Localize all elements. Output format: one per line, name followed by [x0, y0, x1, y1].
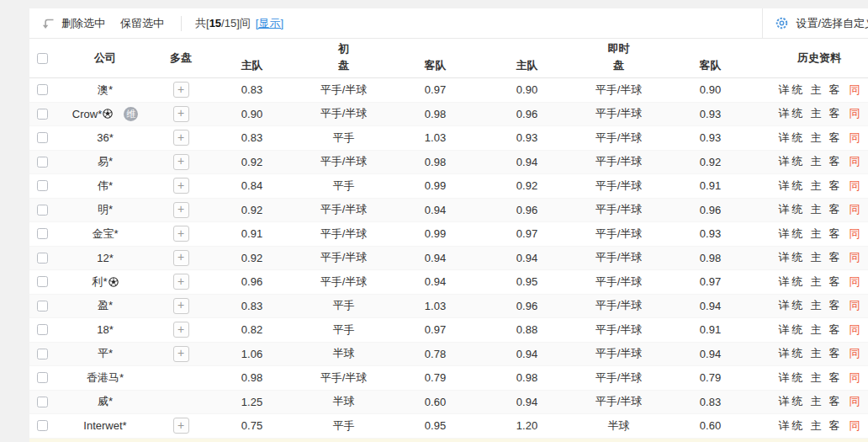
history-link-detail[interactable]: 详 [779, 154, 790, 169]
history-link-away[interactable]: 客 [829, 83, 840, 98]
row-checkbox[interactable] [37, 84, 48, 95]
history-link-detail[interactable]: 详 [779, 370, 790, 386]
expand-odds-button[interactable] [173, 202, 189, 218]
history-link-same[interactable]: 同 [849, 418, 860, 434]
history-link-detail[interactable]: 详 [779, 226, 790, 242]
row-checkbox[interactable] [37, 420, 48, 431]
history-link-stats[interactable]: 统 [792, 298, 803, 313]
row-checkbox[interactable] [37, 228, 48, 239]
history-link-home[interactable]: 主 [811, 202, 822, 217]
history-link-same[interactable]: 同 [849, 226, 860, 242]
row-checkbox[interactable] [37, 109, 48, 120]
row-checkbox[interactable] [37, 180, 48, 191]
history-link-detail[interactable]: 详 [779, 130, 790, 146]
expand-odds-button[interactable] [173, 346, 189, 362]
history-link-away[interactable]: 客 [829, 154, 840, 169]
history-link-same[interactable]: 同 [849, 178, 860, 194]
select-all-checkbox[interactable] [37, 53, 48, 64]
history-link-away[interactable]: 客 [829, 370, 840, 386]
history-link-detail[interactable]: 详 [779, 202, 790, 217]
history-link-away[interactable]: 客 [829, 226, 840, 242]
history-link-away[interactable]: 客 [829, 298, 840, 313]
history-link-detail[interactable]: 详 [779, 274, 790, 290]
history-link-home[interactable]: 主 [811, 322, 822, 338]
row-checkbox[interactable] [37, 397, 48, 407]
history-link-detail[interactable]: 详 [779, 250, 790, 265]
history-link-stats[interactable]: 统 [792, 274, 803, 290]
history-link-home[interactable]: 主 [811, 178, 822, 194]
history-link-same[interactable]: 同 [849, 130, 860, 146]
history-link-stats[interactable]: 统 [792, 130, 803, 146]
history-link-same[interactable]: 同 [849, 83, 860, 98]
history-link-same[interactable]: 同 [849, 346, 860, 361]
history-link-home[interactable]: 主 [811, 106, 822, 121]
row-checkbox[interactable] [37, 253, 48, 264]
history-link-home[interactable]: 主 [811, 346, 822, 361]
history-link-same[interactable]: 同 [849, 370, 860, 386]
row-checkbox[interactable] [37, 349, 48, 359]
history-link-home[interactable]: 主 [811, 250, 822, 265]
history-link-detail[interactable]: 详 [779, 106, 790, 121]
history-link-detail[interactable]: 详 [779, 178, 790, 194]
history-link-detail[interactable]: 详 [779, 298, 790, 313]
history-link-away[interactable]: 客 [829, 202, 840, 217]
history-link-stats[interactable]: 统 [792, 106, 803, 121]
row-checkbox[interactable] [37, 132, 48, 143]
history-link-same[interactable]: 同 [849, 298, 860, 313]
history-link-home[interactable]: 主 [811, 83, 822, 98]
history-link-stats[interactable]: 统 [792, 83, 803, 98]
history-link-stats[interactable]: 统 [792, 394, 803, 409]
history-link-stats[interactable]: 统 [792, 250, 803, 265]
history-link-detail[interactable]: 详 [779, 394, 790, 409]
history-link-stats[interactable]: 统 [792, 346, 803, 361]
history-link-stats[interactable]: 统 [792, 370, 803, 386]
history-link-detail[interactable]: 详 [779, 346, 790, 361]
history-link-same[interactable]: 同 [849, 394, 860, 409]
delete-selected-button[interactable]: 删除选中 [61, 16, 105, 31]
history-link-away[interactable]: 客 [829, 322, 840, 338]
history-link-same[interactable]: 同 [849, 202, 860, 217]
history-link-away[interactable]: 客 [829, 250, 840, 265]
history-link-home[interactable]: 主 [811, 370, 822, 386]
history-link-home[interactable]: 主 [811, 130, 822, 146]
history-link-home[interactable]: 主 [811, 394, 822, 409]
history-link-home[interactable]: 主 [811, 274, 822, 290]
expand-odds-button[interactable] [173, 274, 189, 290]
row-checkbox[interactable] [37, 372, 48, 383]
expand-odds-button[interactable] [173, 178, 189, 194]
expand-odds-button[interactable] [173, 418, 189, 434]
history-link-stats[interactable]: 统 [792, 418, 803, 434]
row-checkbox[interactable] [37, 157, 48, 168]
history-link-detail[interactable]: 详 [779, 322, 790, 338]
history-link-away[interactable]: 客 [829, 418, 840, 434]
history-link-stats[interactable]: 统 [792, 154, 803, 169]
history-link-same[interactable]: 同 [849, 106, 860, 121]
history-link-away[interactable]: 客 [829, 178, 840, 194]
history-link-away[interactable]: 客 [829, 274, 840, 290]
history-link-stats[interactable]: 统 [792, 322, 803, 338]
history-link-home[interactable]: 主 [811, 418, 822, 434]
row-checkbox[interactable] [37, 324, 48, 335]
expand-odds-button[interactable] [173, 82, 189, 98]
expand-odds-button[interactable] [173, 130, 189, 146]
history-link-same[interactable]: 同 [849, 154, 860, 169]
history-link-away[interactable]: 客 [829, 346, 840, 361]
history-link-away[interactable]: 客 [829, 394, 840, 409]
expand-odds-button[interactable] [173, 154, 189, 170]
history-link-stats[interactable]: 统 [792, 178, 803, 194]
expand-odds-button[interactable] [173, 298, 189, 314]
history-link-detail[interactable]: 详 [779, 83, 790, 98]
history-link-same[interactable]: 同 [849, 274, 860, 290]
history-link-home[interactable]: 主 [811, 298, 822, 313]
history-link-away[interactable]: 客 [829, 106, 840, 121]
row-checkbox[interactable] [37, 205, 48, 216]
expand-odds-button[interactable] [173, 322, 189, 338]
history-link-home[interactable]: 主 [811, 226, 822, 242]
history-link-stats[interactable]: 统 [792, 202, 803, 217]
row-checkbox[interactable] [37, 301, 48, 312]
history-link-home[interactable]: 主 [811, 154, 822, 169]
history-link-same[interactable]: 同 [849, 250, 860, 265]
history-link-detail[interactable]: 详 [779, 418, 790, 434]
expand-odds-button[interactable] [173, 106, 189, 122]
history-link-away[interactable]: 客 [829, 130, 840, 146]
